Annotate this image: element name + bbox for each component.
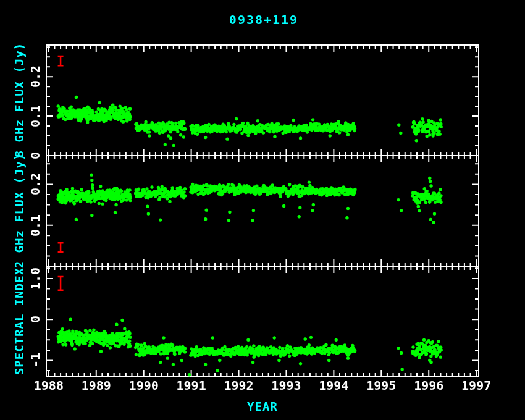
y-tick-flux-2ghz-0.1: 0.1 bbox=[28, 214, 43, 237]
x-tick-1991: 1991 bbox=[177, 378, 206, 393]
y-tick-flux-8ghz-0.2: 0.2 bbox=[28, 65, 43, 88]
y-tick-flux-8ghz-0: 0 bbox=[28, 152, 43, 159]
chart-title: 0938+119 bbox=[229, 12, 298, 27]
light-curve-figure: 0938+119 8 GHz FLUX (Jy) 2 GHz FLUX (Jy)… bbox=[0, 0, 525, 420]
x-tick-1993: 1993 bbox=[271, 378, 301, 393]
y-tick-spectral-index-0: 0 bbox=[28, 316, 43, 323]
plot-canvas bbox=[0, 0, 525, 420]
y-axis-label-8ghz: 8 GHz FLUX (Jy) bbox=[12, 43, 26, 158]
x-tick-1995: 1995 bbox=[366, 378, 396, 393]
y-tick-flux-2ghz-0.2: 0.2 bbox=[28, 173, 43, 195]
x-tick-1988: 1988 bbox=[34, 378, 64, 393]
x-tick-1990: 1990 bbox=[129, 378, 159, 393]
x-tick-1996: 1996 bbox=[414, 378, 443, 393]
x-tick-1989: 1989 bbox=[82, 378, 111, 393]
y-axis-label-2ghz: 2 GHz FLUX (Jy) bbox=[12, 153, 26, 269]
x-tick-1997: 1997 bbox=[461, 378, 491, 393]
y-tick-spectral-index--1: -1 bbox=[28, 353, 43, 368]
y-tick-spectral-index-1.0: 1.0 bbox=[28, 267, 43, 290]
y-tick-flux-8ghz-0.1: 0.1 bbox=[28, 105, 43, 127]
y-axis-label-spectral-index: SPECTRAL INDEX bbox=[12, 267, 26, 375]
x-axis-label: YEAR bbox=[247, 400, 278, 413]
x-tick-1992: 1992 bbox=[224, 378, 253, 393]
x-tick-1994: 1994 bbox=[319, 378, 348, 393]
